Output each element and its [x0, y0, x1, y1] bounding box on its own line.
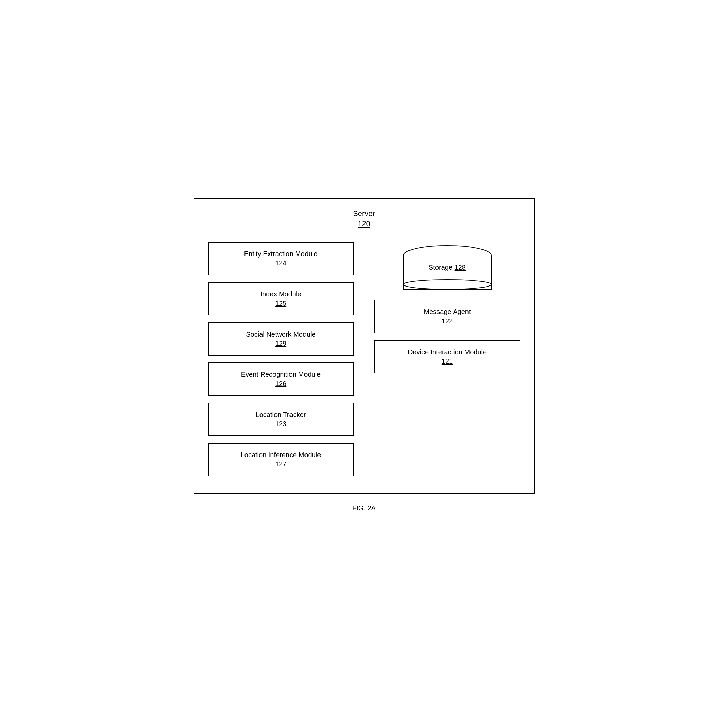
- module-name-124: Entity Extraction Module: [216, 250, 346, 258]
- left-module-124: Entity Extraction Module 124: [208, 242, 354, 275]
- server-title: Server: [208, 209, 520, 218]
- module-name-125: Index Module: [216, 290, 346, 298]
- page-wrapper: Server 120 Entity Extraction Module 124 …: [194, 198, 535, 512]
- module-name-123: Location Tracker: [216, 411, 346, 419]
- left-module-125: Index Module 125: [208, 282, 354, 315]
- module-id-121: 121: [382, 357, 513, 365]
- module-id-123: 123: [216, 420, 346, 428]
- right-module-121: Device Interaction Module 121: [374, 340, 520, 373]
- server-id: 120: [208, 219, 520, 228]
- right-module-122: Message Agent 122: [374, 300, 520, 333]
- module-name-126: Event Recognition Module: [216, 371, 346, 378]
- left-module-127: Location Inference Module 127: [208, 443, 354, 476]
- module-name-122: Message Agent: [382, 308, 513, 316]
- module-name-127: Location Inference Module: [216, 451, 346, 459]
- module-id-125: 125: [216, 299, 346, 307]
- module-name-129: Social Network Module: [216, 330, 346, 338]
- svg-point-1: [403, 280, 491, 289]
- left-module-126: Event Recognition Module 126: [208, 362, 354, 396]
- module-id-124: 124: [216, 259, 346, 267]
- left-column: Entity Extraction Module 124 Index Modul…: [208, 242, 354, 476]
- module-id-127: 127: [216, 460, 346, 468]
- fig-caption: FIG. 2A: [352, 504, 376, 512]
- inner-layout: Entity Extraction Module 124 Index Modul…: [208, 242, 520, 476]
- left-module-129: Social Network Module 129: [208, 322, 354, 356]
- server-container: Server 120 Entity Extraction Module 124 …: [194, 198, 535, 494]
- storage-container: Storage 128: [374, 245, 520, 290]
- left-module-123: Location Tracker 123: [208, 403, 354, 436]
- module-id-122: 122: [382, 317, 513, 325]
- module-name-121: Device Interaction Module: [382, 348, 513, 356]
- cylinder-bottom-ellipse: [403, 279, 492, 290]
- right-column: Storage 128 Message Agent 122 Device Int…: [374, 242, 520, 476]
- module-id-126: 126: [216, 380, 346, 388]
- storage-cylinder: Storage 128: [403, 245, 492, 290]
- module-id-129: 129: [216, 340, 346, 348]
